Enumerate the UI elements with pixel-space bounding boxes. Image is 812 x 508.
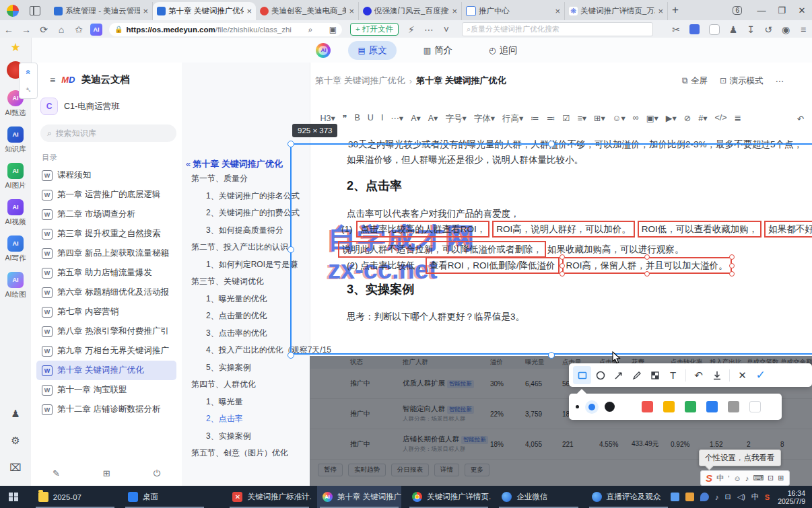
minimize-button[interactable]: — bbox=[751, 5, 772, 15]
toc-item[interactable]: 4、投入产出比的优化（观察7天/15 bbox=[206, 342, 310, 359]
taskbar-item-xmind[interactable]: ✕ 关键词推广标准计... bbox=[227, 486, 311, 508]
editor-tool-button[interactable]: ⊞▾ bbox=[590, 111, 609, 126]
display-tray-icon[interactable]: ⊡ bbox=[724, 493, 731, 501]
menu-icon[interactable]: ≡ bbox=[794, 24, 812, 35]
selection-handle[interactable] bbox=[548, 141, 555, 147]
address-bar[interactable]: 🔒 https://os.medeyun.com /file/zhishiku/… bbox=[109, 23, 342, 36]
undo-icon[interactable]: ↶ bbox=[689, 366, 708, 384]
tab-close-icon[interactable]: × bbox=[246, 6, 252, 16]
resize-handle[interactable] bbox=[560, 254, 565, 260]
taskbar-item-chrome[interactable]: 关键词推广详情页... bbox=[407, 486, 491, 508]
sidebar-item-chapter[interactable]: W 第三章 提升权重之自然搜索 bbox=[36, 224, 176, 244]
scissors-icon[interactable]: ✂ bbox=[667, 24, 685, 35]
toc-item[interactable]: 第一节、质量分 bbox=[191, 170, 310, 188]
translate-extension-icon[interactable] bbox=[689, 24, 700, 34]
tab-system-admin[interactable]: 系统管理 - 美迪云管理 × bbox=[50, 2, 153, 20]
editor-tool-button[interactable]: ≡▾ bbox=[574, 111, 590, 126]
breadcrumb-parent[interactable]: 第十章 关键词推广优化 bbox=[315, 75, 405, 87]
editor-tool-button[interactable]: A▾ bbox=[424, 111, 442, 126]
editor-tool-button[interactable]: ☑ bbox=[559, 111, 574, 126]
ellipse-tool[interactable] bbox=[591, 366, 609, 384]
lightning-icon[interactable]: ⚡ bbox=[403, 24, 420, 35]
resize-handle[interactable] bbox=[560, 263, 565, 268]
editor-tool-button[interactable]: 字号▾ bbox=[442, 111, 470, 126]
rectangle-tool[interactable] bbox=[573, 366, 591, 384]
editor-tool-button[interactable]: 行高▾ bbox=[498, 111, 527, 126]
ai-assistant-icon[interactable]: AI bbox=[90, 24, 102, 36]
taskbar-item-folder[interactable]: 2025-07 bbox=[33, 486, 117, 508]
toc-item[interactable]: 1、关键词推广的排名公式 bbox=[206, 188, 310, 205]
toc-item[interactable]: 第三节、关键词优化 bbox=[191, 273, 310, 291]
new-tab-button[interactable]: + bbox=[672, 3, 679, 17]
toc-item[interactable]: 1、曝光量 bbox=[206, 394, 310, 411]
sidebar-item-chapter[interactable]: W 第六章 标题精细优化及活动报 bbox=[36, 283, 176, 302]
toc-item[interactable]: 1、曝光量的优化 bbox=[206, 291, 310, 308]
tab-keyword-detail[interactable]: 关键词推广详情页_万相 × bbox=[565, 2, 668, 20]
sidebar-item-chapter[interactable]: W 第八章 热浪引擎和付费推广引 bbox=[36, 322, 176, 341]
extensions-puzzle-icon[interactable]: ♟ bbox=[11, 408, 20, 420]
edit-icon[interactable]: ✎ bbox=[53, 468, 60, 479]
tab-close-icon[interactable]: × bbox=[658, 6, 663, 16]
settings-gear-icon[interactable]: ⚙ bbox=[11, 435, 20, 447]
sidebar-item-chapter[interactable]: W 第十一章 淘宝联盟 bbox=[36, 380, 176, 400]
color-swatch[interactable] bbox=[663, 401, 675, 412]
toolbox-icon[interactable]: ⌧ bbox=[9, 462, 21, 474]
extensions-puzzle-icon[interactable]: ♟ bbox=[724, 24, 742, 35]
sidebar-item-chapter[interactable]: W 第九章 万相台无界关键词推广 bbox=[36, 341, 176, 361]
arrow-tool[interactable] bbox=[609, 366, 628, 384]
color-swatch[interactable] bbox=[706, 401, 718, 412]
tab-count-badge[interactable]: 6 bbox=[733, 6, 742, 15]
forward-icon[interactable]: → bbox=[18, 24, 35, 35]
mic-tray-icon[interactable]: ♪ bbox=[715, 493, 719, 501]
tab-meidi-chuangke[interactable]: 美迪创客_美迪电商_美 × bbox=[256, 2, 359, 20]
taskbar-item-doc-active[interactable]: AI 第十章 关键词推广... bbox=[317, 486, 401, 508]
lang-tray-icon[interactable]: 中 bbox=[751, 492, 759, 502]
tab-groups-icon[interactable] bbox=[30, 6, 40, 15]
reload-icon[interactable]: ⟳ bbox=[35, 24, 53, 35]
stroke-size-small[interactable] bbox=[576, 405, 579, 408]
knowledge-search-input[interactable]: ⌕ 搜索知识库 bbox=[40, 124, 176, 142]
resize-handle[interactable] bbox=[729, 263, 735, 268]
tab-baidu-search[interactable]: 倪强澳门风云_百度搜索 × bbox=[359, 2, 462, 20]
red-annotation-box[interactable]: 如果都不好， bbox=[764, 221, 812, 238]
rail-item[interactable]: AI AI写作 bbox=[5, 235, 26, 263]
color-swatch[interactable] bbox=[728, 401, 739, 412]
tab-close-icon[interactable]: × bbox=[143, 6, 148, 16]
toc-item[interactable]: 3、点击率的优化 bbox=[206, 325, 310, 342]
selection-handle[interactable] bbox=[287, 246, 294, 253]
back-icon[interactable]: ← bbox=[0, 24, 18, 35]
tab-promo-center[interactable]: 推广中心 × bbox=[462, 2, 565, 20]
taskbar-item-wecom[interactable]: 企业微信 bbox=[496, 486, 580, 508]
sidebar-item-chapter[interactable]: W 第七章 内容营销 bbox=[36, 302, 176, 322]
sidebar-item-chapter[interactable]: W 第四章 新品上架获取流量秘籍 bbox=[36, 244, 176, 263]
taskbar-item-live-comments[interactable]: 直播评论及观众 bbox=[586, 486, 671, 508]
editor-tool-button[interactable]: 字体▾ bbox=[470, 111, 498, 126]
confirm-icon[interactable]: ✓ bbox=[751, 366, 770, 384]
power-icon[interactable]: ⏻ bbox=[154, 468, 160, 479]
sidebar-item-chapter[interactable]: W 第十二章 店铺诊断数据分析 bbox=[36, 400, 176, 419]
keyboard-icon[interactable]: ⌨ bbox=[753, 474, 764, 482]
rail-item[interactable]: AI AI绘图 bbox=[5, 272, 26, 299]
color-swatch[interactable] bbox=[749, 401, 761, 412]
search-icon[interactable]: ⌕ bbox=[308, 25, 312, 34]
download-icon[interactable] bbox=[708, 366, 726, 384]
tab-close-icon[interactable]: × bbox=[452, 6, 457, 16]
sidebar-item-chapter[interactable]: W 课程须知 bbox=[36, 166, 176, 185]
pen-tool[interactable] bbox=[628, 366, 646, 384]
resize-handle[interactable] bbox=[644, 254, 650, 260]
toc-item[interactable]: 3、如何提高质量得分 bbox=[206, 222, 310, 240]
toc-item[interactable]: 3、实操案例 bbox=[206, 428, 310, 445]
fullscreen-button[interactable]: ⧉全屏 bbox=[682, 75, 708, 87]
toc-item[interactable]: 1、如何判定ROI是亏是赚 bbox=[206, 256, 310, 274]
grid-menu-icon[interactable]: ⊞ bbox=[778, 474, 784, 482]
maximize-button[interactable]: ❐ bbox=[772, 5, 792, 15]
editor-tool-button[interactable]: ⊘ bbox=[680, 111, 694, 126]
more-actions-button[interactable]: ⋯ bbox=[776, 76, 784, 86]
shield-tray-icon[interactable] bbox=[700, 493, 709, 501]
selection-handle[interactable] bbox=[287, 352, 294, 359]
sidebar-item-chapter[interactable]: W 第一章 运营推广的底层逻辑 bbox=[36, 185, 176, 205]
editor-tool-button[interactable]: ⋯▾ bbox=[387, 111, 407, 126]
favorites-star-icon[interactable]: ★ bbox=[10, 40, 20, 55]
editor-tool-button[interactable]: ≕ bbox=[543, 111, 559, 126]
editor-tool-button[interactable]: ❞ bbox=[339, 111, 351, 126]
